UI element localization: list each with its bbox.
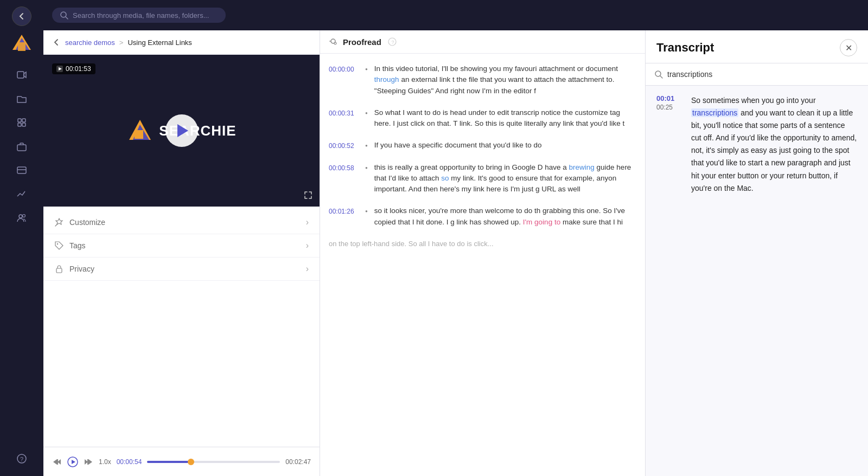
transcript-entry[interactable]: 00:01:26 ● so it looks nicer, you're mor… xyxy=(320,200,645,233)
back-button[interactable] xyxy=(12,7,31,26)
entry-dot: ● xyxy=(365,66,368,73)
expand-button[interactable] xyxy=(303,190,313,200)
breadcrumb-sep: > xyxy=(119,38,124,47)
search-bar[interactable]: Search through media, file names, folder… xyxy=(52,8,226,23)
transcript-entry[interactable]: 00:00:52 ● If you have a specific docume… xyxy=(320,134,645,156)
breadcrumb-back-button[interactable] xyxy=(52,38,61,47)
right-panel: Transcript ✕ transcriptions 00:01 00:25 … xyxy=(646,30,868,476)
svg-marker-28 xyxy=(72,460,75,464)
transcript-entry-partial[interactable]: on the top left-hand side. So all I have… xyxy=(320,233,645,255)
player-end-time: 00:02:47 xyxy=(285,458,311,466)
video-time-badge: 00:01:53 xyxy=(52,63,95,74)
player-bar: 1.0x 00:00:54 00:02:47 xyxy=(43,447,320,476)
svg-line-38 xyxy=(660,76,662,78)
player-current-time: 00:00:54 xyxy=(117,458,142,466)
right-timestamp-sub: 00:25 xyxy=(656,104,682,111)
content-area: searchie demos > Using External Links 00… xyxy=(43,30,868,476)
transcript-header: Proofread ? xyxy=(320,30,645,54)
timestamp: 00:01:26 xyxy=(329,207,359,216)
svg-rect-5 xyxy=(22,119,25,122)
menu-customize-label: Customize xyxy=(69,218,105,227)
svg-rect-7 xyxy=(22,123,25,126)
transcript-entry[interactable]: 00:00:58 ● this is really a great opport… xyxy=(320,157,645,201)
rewind-button[interactable] xyxy=(52,457,62,467)
svg-rect-23 xyxy=(56,268,62,273)
customize-icon xyxy=(54,217,64,227)
play-pause-button[interactable] xyxy=(67,456,78,467)
sidebar-item-chart[interactable] xyxy=(12,184,31,204)
play-button[interactable] xyxy=(165,114,198,147)
sidebar-item-folder[interactable] xyxy=(12,89,31,108)
progress-dot xyxy=(188,459,194,465)
transcript-middle-panel: Proofread ? 00:00:00 ● In this video tut… xyxy=(320,30,646,476)
video-menu: Customize › Tags › Privacy › xyxy=(43,207,320,447)
sidebar-item-video[interactable] xyxy=(12,65,31,85)
timestamp: 00:00:00 xyxy=(329,65,359,74)
breadcrumb-current: Using External Links xyxy=(127,38,192,47)
entry-dot: ● xyxy=(365,110,368,117)
entry-dot: ● xyxy=(365,143,368,149)
svg-marker-2 xyxy=(18,42,25,51)
playback-speed[interactable]: 1.0x xyxy=(99,458,111,466)
tags-icon xyxy=(54,241,64,250)
entry-text: this is really a great opportunity to br… xyxy=(374,162,636,195)
sidebar-item-people[interactable] xyxy=(12,208,31,228)
right-timestamps: 00:01 00:25 xyxy=(656,94,682,467)
svg-rect-4 xyxy=(18,119,21,122)
chevron-icon-tags: › xyxy=(306,241,309,250)
menu-item-tags[interactable]: Tags › xyxy=(43,234,320,258)
right-search-icon xyxy=(654,70,663,79)
progress-fill xyxy=(147,461,191,463)
menu-privacy-label: Privacy xyxy=(69,265,94,273)
svg-line-16 xyxy=(66,17,68,19)
sidebar-item-card[interactable] xyxy=(12,160,31,180)
svg-text:?: ? xyxy=(391,40,394,45)
info-icon[interactable]: ? xyxy=(388,37,397,46)
svg-point-22 xyxy=(57,243,58,245)
search-placeholder: Search through media, file names, folder… xyxy=(73,11,209,20)
entry-text: So what I want to do is head under to ed… xyxy=(374,107,636,130)
right-search-value: transcriptions xyxy=(667,70,712,79)
right-body-text: So sometimes when you go into your trans… xyxy=(691,94,857,467)
video-icon-small xyxy=(56,66,63,72)
svg-point-11 xyxy=(19,215,22,218)
forward-button[interactable] xyxy=(84,457,93,467)
breadcrumb-parent[interactable]: searchie demos xyxy=(65,38,115,47)
right-panel-header: Transcript ✕ xyxy=(646,30,868,63)
sidebar: ? xyxy=(0,0,43,476)
timestamp: 00:00:31 xyxy=(329,108,359,118)
help-icon[interactable]: ? xyxy=(12,449,31,468)
video-thumbnail: 00:01:53 SEARCHIE xyxy=(43,55,320,207)
sidebar-item-layers[interactable] xyxy=(12,113,31,132)
svg-point-33 xyxy=(334,42,336,44)
svg-rect-8 xyxy=(17,145,26,151)
progress-bar[interactable] xyxy=(147,461,280,463)
timestamp: 00:00:52 xyxy=(329,141,359,151)
transcript-entry[interactable]: 00:00:00 ● In this video tutorial, I'll … xyxy=(320,58,645,102)
entry-dot: ● xyxy=(365,208,368,215)
menu-item-customize[interactable]: Customize › xyxy=(43,211,320,234)
timestamp: 00:00:58 xyxy=(329,163,359,173)
proofread-label: Proofread xyxy=(343,37,381,47)
svg-rect-21 xyxy=(135,130,143,139)
menu-item-privacy[interactable]: Privacy › xyxy=(43,258,320,281)
svg-rect-6 xyxy=(18,123,21,126)
right-panel-content: 00:01 00:25 So sometimes when you go int… xyxy=(646,86,868,476)
svg-text:?: ? xyxy=(20,456,23,462)
svg-rect-3 xyxy=(17,72,24,78)
transcript-entry[interactable]: 00:00:31 ● So what I want to do is head … xyxy=(320,102,645,135)
svg-marker-29 xyxy=(88,459,92,465)
menu-tags-label: Tags xyxy=(69,241,86,250)
lock-icon xyxy=(54,264,64,274)
entry-text: so it looks nicer, you're more than welc… xyxy=(374,205,636,228)
video-panel: searchie demos > Using External Links 00… xyxy=(43,30,320,476)
entry-text: In this video tutorial, I'll be showing … xyxy=(374,63,636,97)
sidebar-item-briefcase[interactable] xyxy=(12,137,31,156)
breadcrumb: searchie demos > Using External Links xyxy=(43,30,320,55)
video-duration: 00:01:53 xyxy=(66,65,91,73)
search-icon xyxy=(60,11,68,20)
highlight-transcriptions: transcriptions xyxy=(691,108,738,117)
close-button[interactable]: ✕ xyxy=(840,39,857,56)
entry-text-partial: on the top left-hand side. So all I have… xyxy=(329,239,636,249)
right-search-bar[interactable]: transcriptions xyxy=(646,63,868,86)
